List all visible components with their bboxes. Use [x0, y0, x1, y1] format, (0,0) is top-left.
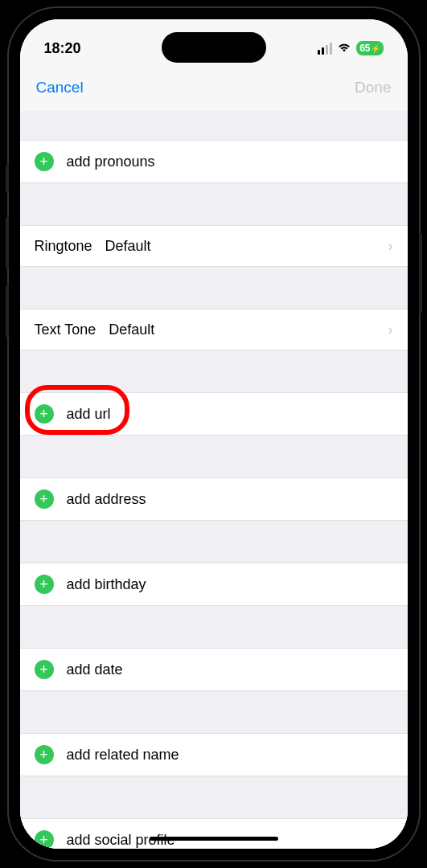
ringtone-row[interactable]: Ringtone Default › — [20, 225, 408, 267]
ringtone-value: Default — [105, 238, 151, 255]
battery-icon: 65 ⚡ — [356, 41, 383, 55]
ringtone-label: Ringtone — [35, 238, 92, 255]
row-label: add address — [67, 491, 146, 508]
chevron-right-icon: › — [388, 238, 393, 255]
content-area[interactable]: + add pronouns Ringtone Default › Text T… — [20, 111, 408, 849]
cancel-button[interactable]: Cancel — [36, 79, 84, 96]
plus-icon[interactable]: + — [35, 575, 54, 594]
add-date-row[interactable]: + add date — [20, 648, 408, 691]
status-time: 18:20 — [44, 40, 81, 57]
row-label: add pronouns — [67, 154, 155, 170]
add-address-row[interactable]: + add address — [20, 477, 408, 521]
phone-frame: 18:20 65 ⚡ Cancel Done — [9, 8, 419, 860]
signal-icon — [318, 43, 332, 55]
nav-bar: Cancel Done — [20, 69, 408, 111]
add-pronouns-row[interactable]: + add pronouns — [20, 140, 408, 183]
row-label: add birthday — [67, 576, 146, 593]
dynamic-island — [162, 32, 266, 63]
texttone-row[interactable]: Text Tone Default › — [20, 309, 408, 350]
chevron-right-icon: › — [388, 321, 393, 338]
plus-icon[interactable]: + — [35, 660, 54, 679]
wifi-icon — [337, 43, 351, 54]
add-related-name-row[interactable]: + add related name — [20, 733, 408, 776]
plus-icon[interactable]: + — [35, 489, 54, 509]
texttone-label: Text Tone — [35, 321, 96, 338]
row-label: add related name — [67, 747, 179, 764]
row-label: add url — [67, 406, 111, 423]
done-button[interactable]: Done — [355, 79, 391, 96]
plus-icon[interactable]: + — [35, 745, 54, 764]
charging-icon: ⚡ — [371, 44, 380, 53]
screen: 18:20 65 ⚡ Cancel Done — [20, 19, 408, 849]
add-birthday-row[interactable]: + add birthday — [20, 563, 408, 606]
add-social-profile-row[interactable]: + add social profile — [20, 818, 408, 849]
add-url-row[interactable]: + add url — [20, 392, 408, 436]
plus-icon[interactable]: + — [35, 830, 54, 849]
row-label: add date — [67, 661, 123, 678]
home-indicator[interactable] — [150, 837, 278, 841]
status-icons: 65 ⚡ — [318, 41, 383, 55]
plus-icon[interactable]: + — [35, 404, 54, 424]
plus-icon[interactable]: + — [35, 152, 54, 171]
texttone-value: Default — [109, 321, 154, 338]
